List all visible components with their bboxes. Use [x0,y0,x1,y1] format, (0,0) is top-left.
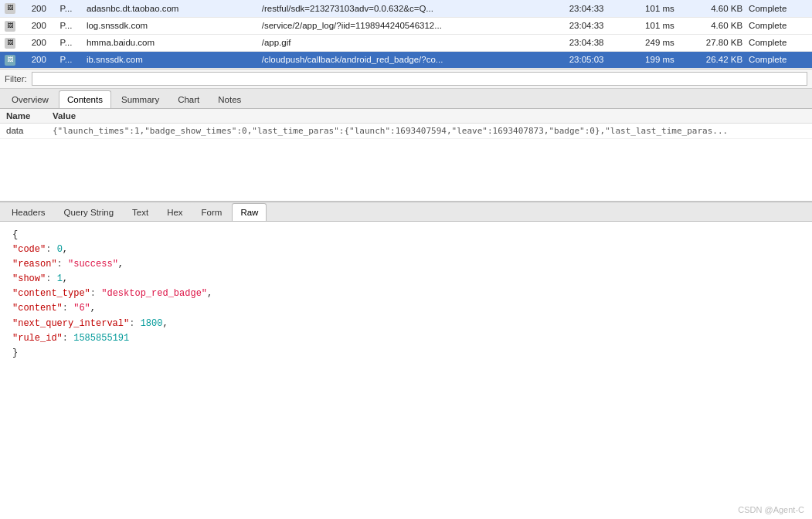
bottom-tab-text[interactable]: Text [124,203,157,221]
json-line: "rule_id": 1585855191 [12,331,800,346]
bottom-tab-query-string[interactable]: Query String [55,203,122,221]
filter-bar: Filter: [0,70,812,89]
row-path: /restful/sdk=213273103adv=0.0.632&c=Q... [259,0,552,17]
tab-chart[interactable]: Chart [169,90,208,108]
content-row-value: {"launch_times":1,"badge_show_times":0,"… [46,123,812,138]
row-duration: 249 ms [620,34,678,51]
row-result: Complete [746,34,812,51]
content-table: Name Value data {"launch_times":1,"badge… [0,109,812,139]
row-host: ib.snssdk.com [83,51,259,68]
row-icon: 🖼 [0,17,21,34]
row-result: Complete [746,51,812,68]
json-line: } [12,346,800,361]
row-host: hmma.baidu.com [83,34,259,51]
content-row-name: data [0,123,46,138]
top-tab-bar: OverviewContentsSummaryChartNotes [0,89,812,109]
json-line: { [12,228,800,243]
col-value-header: Value [46,109,812,124]
content-row: data {"launch_times":1,"badge_show_times… [0,123,812,138]
json-line: "code": 0, [12,243,800,257]
row-proto: P... [57,0,83,17]
json-line: "content_type": "desktop_red_badge", [12,287,800,301]
network-row[interactable]: 🖼 200 P... adasnbc.dt.taobao.com /restfu… [0,0,812,17]
row-result: Complete [746,17,812,34]
row-size: 4.60 KB [678,0,746,17]
row-time: 23:05:03 [552,51,620,68]
row-icon: 🖼 [0,51,21,68]
row-status: 200 [21,34,57,51]
row-size: 26.42 KB [678,51,746,68]
network-row[interactable]: 🖼 200 P... log.snssdk.com /service/2/app… [0,17,812,34]
row-host: log.snssdk.com [83,17,259,34]
bottom-tab-form[interactable]: Form [193,203,231,221]
content-area: Name Value data {"launch_times":1,"badge… [0,109,812,202]
row-result: Complete [746,0,812,17]
tab-contents[interactable]: Contents [59,90,111,108]
tab-summary[interactable]: Summary [113,90,168,108]
network-row[interactable]: 🖼 200 P... ib.snssdk.com /cloudpush/call… [0,51,812,68]
row-host: adasnbc.dt.taobao.com [83,0,259,17]
row-time: 23:04:33 [552,17,620,34]
bottom-tab-bar: HeadersQuery StringTextHexFormRaw [0,202,812,222]
json-line: "show": 1, [12,272,800,287]
filter-label: Filter: [5,74,27,83]
row-status: 200 [21,17,57,34]
row-size: 4.60 KB [678,17,746,34]
bottom-tab-hex[interactable]: Hex [158,203,191,221]
network-table-container[interactable]: 🖼 200 P... adasnbc.dt.taobao.com /restfu… [0,0,812,70]
row-path: /app.gif [259,34,552,51]
row-path: /service/2/app_log/?iid=1198944240546312… [259,17,552,34]
row-path: /cloudpush/callback/android_red_badge/?c… [259,51,552,68]
row-status: 200 [21,51,57,68]
filter-input[interactable] [32,72,807,86]
row-time: 23:04:38 [552,34,620,51]
network-table: 🖼 200 P... adasnbc.dt.taobao.com /restfu… [0,0,812,69]
row-time: 23:04:33 [552,0,620,17]
json-line: "reason": "success", [12,257,800,272]
row-size: 27.80 KB [678,34,746,51]
json-line: "content": "6", [12,301,800,316]
json-line: "next_query_interval": 1800, [12,317,800,331]
row-icon: 🖼 [0,0,21,17]
tab-overview[interactable]: Overview [3,90,57,108]
bottom-tab-headers[interactable]: Headers [3,203,53,221]
row-proto: P... [57,34,83,51]
row-icon: 🖼 [0,34,21,51]
row-proto: P... [57,51,83,68]
bottom-tab-raw[interactable]: Raw [232,203,267,221]
row-duration: 101 ms [620,17,678,34]
row-duration: 101 ms [620,0,678,17]
raw-area: { "code": 0, "reason": "success", "show"… [0,222,812,384]
row-status: 200 [21,0,57,17]
row-duration: 199 ms [620,51,678,68]
row-proto: P... [57,17,83,34]
col-name-header: Name [0,109,46,124]
watermark: CSDN @Agent-C [738,505,804,514]
tab-notes[interactable]: Notes [209,90,250,108]
network-row[interactable]: 🖼 200 P... hmma.baidu.com /app.gif 23:04… [0,34,812,51]
